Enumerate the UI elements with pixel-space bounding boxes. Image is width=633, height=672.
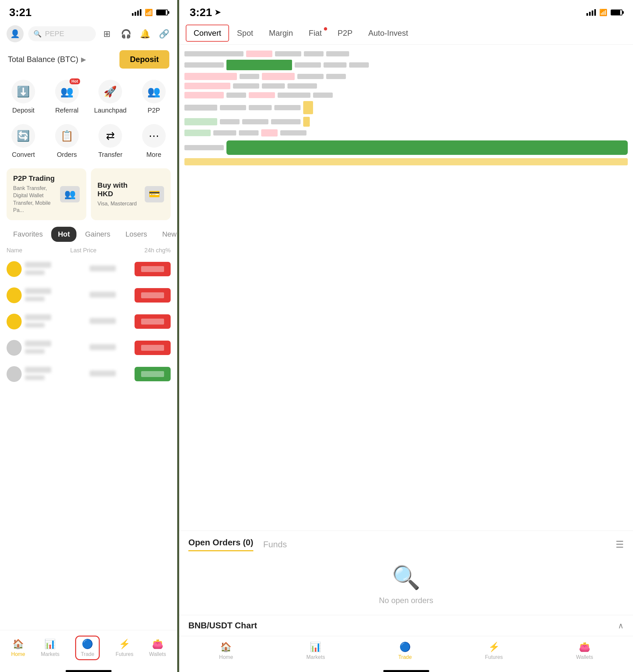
tab-auto-invest[interactable]: Auto-Invest	[360, 25, 416, 42]
balance-label: Total Balance (BTC) ▶	[8, 55, 86, 64]
action-p2p[interactable]: 👥 P2P	[134, 76, 174, 118]
green-action-bar	[227, 140, 628, 155]
avatar[interactable]: 👤	[6, 25, 24, 42]
r-nav-wallets[interactable]: 👛 Wallets	[576, 642, 593, 660]
coin-vol	[25, 323, 45, 328]
chevron-up-icon[interactable]: ∧	[618, 621, 624, 630]
action-transfer[interactable]: ⇄ Transfer	[90, 121, 131, 162]
tab-margin[interactable]: Margin	[261, 25, 301, 42]
r-nav-futures[interactable]: ⚡ Futures	[485, 642, 503, 660]
tab-hot[interactable]: Hot	[51, 227, 76, 242]
search-input-wrap[interactable]: 🔍 PEPE	[28, 26, 96, 41]
tab-p2p[interactable]: P2P	[330, 25, 360, 42]
coin-vol	[25, 297, 45, 301]
location-icon: ➤	[215, 8, 220, 17]
trade-tabs: Convert Spot Margin Fiat P2P Auto-Invest	[179, 22, 633, 45]
nav-home[interactable]: 🏠 Home	[11, 639, 25, 657]
deposit-icon: ⬇️	[11, 80, 35, 103]
funds-tab[interactable]: Funds	[263, 539, 287, 550]
table-row[interactable]	[0, 335, 177, 361]
action-orders[interactable]: 📋 Orders	[47, 121, 87, 162]
table-row[interactable]	[0, 282, 177, 308]
chart-title-bar: BNB/USDT Chart ∧	[179, 615, 633, 636]
chart-title: BNB/USDT Chart	[188, 621, 257, 631]
table-row[interactable]	[0, 256, 177, 282]
open-orders-tab[interactable]: Open Orders (0)	[188, 537, 253, 551]
r-markets-label: Markets	[306, 654, 325, 660]
action-launchpad[interactable]: 🚀 Launchpad	[90, 76, 131, 118]
nav-wallets[interactable]: 👛 Wallets	[149, 639, 166, 657]
action-deposit[interactable]: ⬇️ Deposit	[3, 76, 44, 118]
coin-icon	[6, 366, 22, 382]
r-home-label: Home	[219, 654, 233, 660]
hkd-banner-title: Buy with HKD	[97, 181, 145, 198]
coin-info	[6, 287, 71, 303]
coin-icon	[6, 287, 22, 303]
coin-info	[6, 340, 71, 356]
r-wallets-icon: 👛	[579, 642, 590, 652]
nav-markets[interactable]: 📊 Markets	[41, 639, 60, 657]
coin-name	[25, 341, 51, 346]
home-indicator-right	[383, 670, 429, 672]
deposit-label: Deposit	[12, 106, 34, 114]
headset-icon[interactable]: 🎧	[119, 27, 133, 40]
nav-futures[interactable]: ⚡ Futures	[116, 639, 133, 657]
orders-list-icon[interactable]: ☰	[616, 539, 624, 550]
change-badge	[135, 314, 171, 329]
market-list	[0, 256, 177, 630]
tab-gainers[interactable]: Gainers	[78, 227, 117, 242]
qr-icon[interactable]: 🔗	[158, 27, 171, 40]
action-referral[interactable]: 👥 Hot Referral	[47, 76, 87, 118]
orders-label: Orders	[57, 151, 77, 159]
hkd-banner[interactable]: Buy with HKD Visa, Mastercard 💳	[91, 168, 171, 220]
wallets-label: Wallets	[149, 651, 166, 657]
orders-icon: 📋	[55, 124, 79, 148]
tab-convert[interactable]: Convert	[186, 25, 229, 42]
balance-section: Total Balance (BTC) ▶ Deposit	[0, 46, 177, 73]
action-more[interactable]: ⋯ More	[134, 121, 174, 162]
hot-badge: Hot	[70, 78, 80, 84]
r-nav-markets[interactable]: 📊 Markets	[306, 642, 325, 660]
p2p-banner-subtitle: Bank Transfer, Digital Wallet Transfer, …	[13, 185, 59, 214]
table-row[interactable]	[0, 361, 177, 387]
deposit-button[interactable]: Deposit	[119, 50, 169, 69]
coin-name	[25, 367, 51, 373]
tab-losers[interactable]: Losers	[119, 227, 154, 242]
left-panel: 3:21 📶 👤 🔍 PEPE ⊞ 🎧 🔔 🔗 Total Balance (B…	[0, 0, 177, 672]
futures-icon: ⚡	[119, 639, 130, 649]
r-futures-label: Futures	[485, 654, 503, 660]
coin-info	[6, 261, 71, 277]
nav-trade[interactable]: 🔵 Trade	[75, 635, 100, 660]
table-row[interactable]	[0, 308, 177, 335]
r-nav-home[interactable]: 🏠 Home	[219, 642, 233, 660]
change-badge	[135, 341, 171, 355]
search-input[interactable]: PEPE	[45, 29, 64, 38]
bell-icon[interactable]: 🔔	[139, 27, 151, 40]
chart-row-7	[184, 117, 628, 127]
price-col	[71, 370, 135, 378]
balance-arrow-icon[interactable]: ▶	[81, 55, 86, 63]
tab-spot[interactable]: Spot	[229, 25, 261, 42]
r-nav-trade[interactable]: 🔵 Trade	[398, 642, 412, 660]
signal-icon	[132, 9, 141, 16]
coin-name	[25, 288, 51, 294]
tab-new[interactable]: New	[156, 227, 177, 242]
more-label: More	[146, 151, 161, 159]
yellow-bar	[184, 158, 628, 165]
tab-fiat[interactable]: Fiat	[301, 25, 330, 42]
no-orders-message: No open orders	[379, 596, 433, 605]
coin-icon	[6, 340, 22, 356]
chart-row-10	[184, 158, 628, 165]
header-icons: ⊞ 🎧 🔔 🔗	[100, 27, 171, 40]
signal-icon-right	[586, 9, 596, 16]
action-convert[interactable]: 🔄 Convert	[3, 121, 44, 162]
r-markets-icon: 📊	[310, 642, 321, 652]
coin-info	[6, 314, 71, 330]
bottom-nav-left: 🏠 Home 📊 Markets 🔵 Trade ⚡ Futures 👛 Wal…	[0, 630, 177, 668]
chart-row-5	[184, 92, 628, 98]
markets-label: Markets	[41, 651, 60, 657]
tab-favorites[interactable]: Favorites	[6, 227, 49, 242]
grid-icon[interactable]: ⊞	[100, 27, 114, 40]
home-indicator-left	[66, 670, 112, 672]
p2p-banner[interactable]: P2P Trading Bank Transfer, Digital Walle…	[6, 168, 86, 220]
